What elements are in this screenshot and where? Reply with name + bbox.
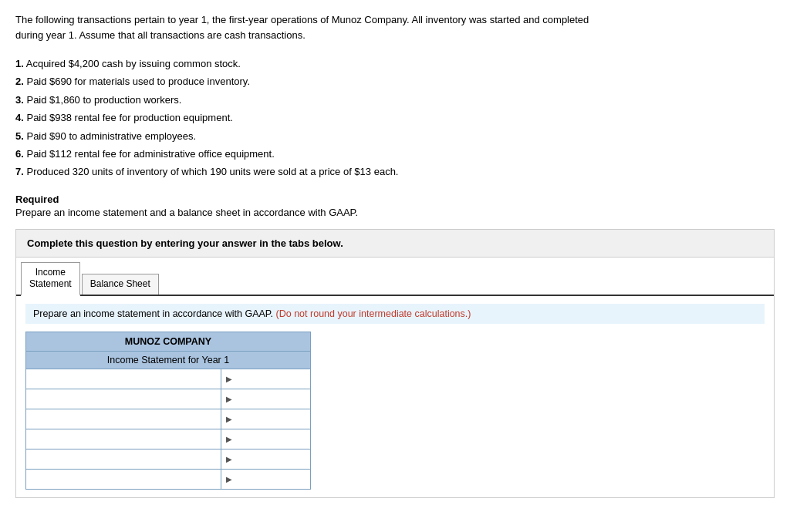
table-row: ▶: [26, 409, 311, 429]
transaction-5: 5. Paid $90 to administrative employees.: [15, 127, 775, 145]
row2-arrow: ▶: [221, 389, 236, 409]
row6-arrow: ▶: [221, 469, 236, 489]
transaction-4: 4. Paid $938 rental fee for production e…: [15, 109, 775, 126]
row2-value[interactable]: [236, 389, 310, 409]
intro-line1: The following transactions pertain to ye…: [15, 14, 589, 25]
tab-content-income: Prepare an income statement in accordanc…: [16, 296, 774, 497]
tabs-row: IncomeStatement Balance Sheet: [16, 258, 774, 296]
row4-arrow: ▶: [221, 429, 236, 449]
company-name-header: MUNOZ COMPANY: [25, 332, 311, 351]
required-text: Prepare an income statement and a balanc…: [15, 207, 775, 218]
required-section: Required Prepare an income statement and…: [15, 194, 775, 218]
table-row: ▶: [26, 369, 311, 389]
question-box-text: Complete this question by entering your …: [27, 237, 343, 249]
data-table: ▶ ▶ ▶ ▶: [25, 369, 311, 490]
table-row: ▶: [26, 469, 311, 489]
instruction-text: Prepare an income statement in accordanc…: [25, 304, 765, 324]
row1-arrow: ▶: [221, 369, 236, 389]
income-statement-table: MUNOZ COMPANY Income Statement for Year …: [25, 332, 311, 490]
transaction-7: 7. Produced 320 units of inventory of wh…: [15, 163, 775, 180]
intro-line2: during year 1. Assume that all transacti…: [15, 29, 306, 41]
required-label: Required: [15, 194, 775, 205]
row1-value[interactable]: [236, 369, 310, 389]
transaction-1: 1. Acquired $4,200 cash by issuing commo…: [15, 55, 775, 72]
transaction-6: 6. Paid $112 rental fee for administrati…: [15, 145, 775, 163]
row4-value[interactable]: [236, 429, 310, 449]
table-row: ▶: [26, 389, 311, 409]
table-row: ▶: [26, 429, 311, 449]
subtitle-header: Income Statement for Year 1: [25, 351, 311, 369]
intro-paragraph: The following transactions pertain to ye…: [15, 12, 775, 42]
tab-balance-sheet[interactable]: Balance Sheet: [82, 274, 159, 295]
table-row: ▶: [26, 449, 311, 469]
instruction-note: (Do not round your intermediate calculat…: [276, 308, 471, 319]
transactions-list: 1. Acquired $4,200 cash by issuing commo…: [15, 55, 775, 181]
row6-label[interactable]: [26, 469, 221, 489]
transaction-2: 2. Paid $690 for materials used to produ…: [15, 72, 775, 90]
row6-value[interactable]: [236, 469, 310, 489]
row3-arrow: ▶: [221, 409, 236, 429]
row1-label[interactable]: [26, 369, 221, 389]
row2-label[interactable]: [26, 389, 221, 409]
row3-label[interactable]: [26, 409, 221, 429]
row5-value[interactable]: [236, 449, 310, 469]
question-box: Complete this question by entering your …: [15, 229, 775, 258]
row5-label[interactable]: [26, 449, 221, 469]
transaction-3: 3. Paid $1,860 to production workers.: [15, 91, 775, 109]
instruction-main: Prepare an income statement in accordanc…: [33, 308, 273, 319]
tab-income-statement[interactable]: IncomeStatement: [21, 262, 80, 296]
tabs-container: IncomeStatement Balance Sheet Prepare an…: [15, 258, 775, 498]
row3-value[interactable]: [236, 409, 310, 429]
row5-arrow: ▶: [221, 449, 236, 469]
row4-label[interactable]: [26, 429, 221, 449]
